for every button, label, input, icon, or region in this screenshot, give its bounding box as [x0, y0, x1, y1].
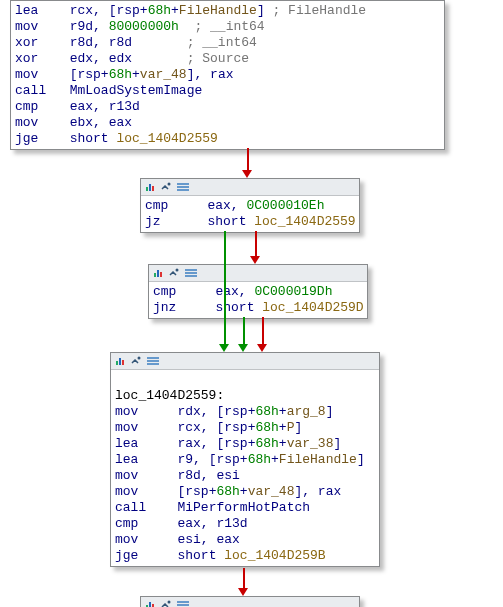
edge-n1-n2 — [255, 231, 257, 257]
svg-rect-11 — [185, 269, 197, 271]
svg-rect-8 — [157, 270, 159, 277]
svg-rect-22 — [149, 602, 151, 607]
svg-rect-25 — [177, 601, 189, 603]
list-icon — [177, 182, 187, 192]
node-3[interactable]: loc_1404D2559: mov rdx, [rsp+68h+arg_8] … — [110, 352, 380, 567]
list-icon — [177, 600, 187, 607]
edge-n1-n3-v1 — [224, 231, 226, 345]
node-4-header[interactable] — [141, 597, 359, 607]
node-1[interactable]: cmp eax, 0C000010Eh jz short loc_1404D25… — [140, 178, 360, 233]
list-icon — [147, 356, 157, 366]
svg-rect-5 — [177, 186, 189, 188]
node-2[interactable]: cmp eax, 0C000019Dh jnz short loc_1404D2… — [148, 264, 368, 319]
node-1-header[interactable] — [141, 179, 359, 196]
svg-rect-13 — [185, 275, 197, 277]
edge-top-n1-head — [242, 170, 252, 178]
node-2-body: cmp eax, 0C000019Dh jnz short loc_1404D2… — [149, 282, 367, 318]
edge-n2-n3-head — [257, 344, 267, 352]
link-icon — [161, 182, 171, 192]
node-3-body: loc_1404D2559: mov rdx, [rsp+68h+arg_8] … — [111, 370, 379, 566]
link-icon — [131, 356, 141, 366]
svg-rect-19 — [147, 360, 159, 362]
chart-icon — [115, 356, 125, 366]
svg-rect-4 — [177, 183, 189, 185]
chart-icon — [145, 182, 155, 192]
svg-rect-20 — [147, 363, 159, 365]
node-4[interactable] — [140, 596, 360, 607]
edge-top-n1 — [247, 148, 249, 171]
svg-rect-14 — [116, 361, 118, 365]
edge-n2-n3g-head — [238, 344, 248, 352]
svg-rect-12 — [185, 272, 197, 274]
svg-rect-16 — [122, 360, 124, 365]
svg-rect-7 — [154, 273, 156, 277]
edge-n1-n3-head — [219, 344, 229, 352]
link-icon — [161, 600, 171, 607]
chart-icon — [153, 268, 163, 278]
list-icon — [185, 268, 195, 278]
svg-rect-18 — [147, 357, 159, 359]
node-top-body: lea rcx, [rsp+68h+FileHandle] ; FileHand… — [11, 1, 444, 149]
node-1-body: cmp eax, 0C000010Eh jz short loc_1404D25… — [141, 196, 359, 232]
svg-rect-0 — [146, 187, 148, 191]
svg-point-24 — [168, 601, 171, 604]
svg-rect-1 — [149, 184, 151, 191]
chart-icon — [145, 600, 155, 607]
link-icon — [169, 268, 179, 278]
svg-point-10 — [176, 269, 179, 272]
svg-rect-2 — [152, 186, 154, 191]
node-3-header[interactable] — [111, 353, 379, 370]
svg-rect-26 — [177, 604, 189, 606]
node-top[interactable]: lea rcx, [rsp+68h+FileHandle] ; FileHand… — [10, 0, 445, 150]
edge-n2-n3 — [262, 317, 264, 345]
svg-rect-15 — [119, 358, 121, 365]
edge-n3-n4 — [243, 568, 245, 590]
svg-rect-6 — [177, 189, 189, 191]
edge-n1-n2-head — [250, 256, 260, 264]
node-2-header[interactable] — [149, 265, 367, 282]
graph-canvas[interactable]: lea rcx, [rsp+68h+FileHandle] ; FileHand… — [0, 0, 503, 607]
svg-point-17 — [138, 357, 141, 360]
svg-rect-9 — [160, 272, 162, 277]
edge-n3-n4-head — [238, 588, 248, 596]
edge-n2-n3g — [243, 317, 245, 345]
svg-point-3 — [168, 183, 171, 186]
